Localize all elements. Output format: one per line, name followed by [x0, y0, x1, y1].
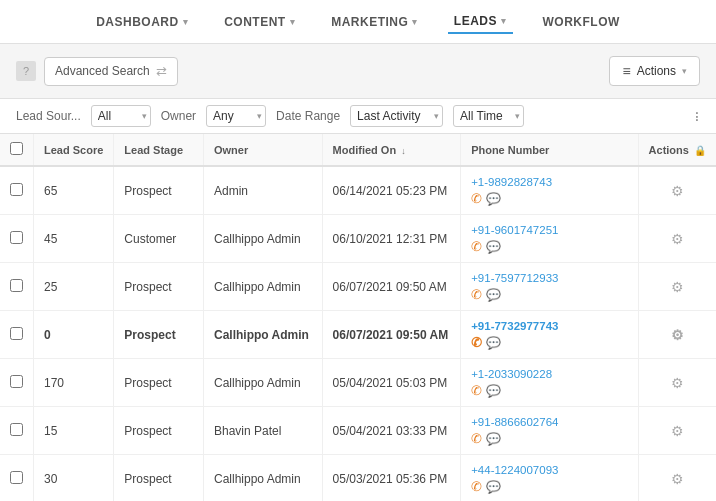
table-row: 25 Prospect Callhippo Admin 06/07/2021 0… — [0, 263, 716, 311]
row-checkbox[interactable] — [10, 375, 23, 388]
owner-cell: Admin — [203, 166, 322, 215]
phone-link[interactable]: +44-1224007093 — [471, 464, 558, 476]
column-toggle[interactable]: ⫶ — [693, 108, 700, 124]
call-icon[interactable]: ✆ — [471, 383, 482, 398]
call-icon[interactable]: ✆ — [471, 431, 482, 446]
row-checkbox-cell — [0, 263, 34, 311]
nav-item-marketing[interactable]: MARKETING ▾ — [325, 11, 424, 33]
th-checkbox — [0, 134, 34, 166]
nav-label-dashboard: DASHBOARD — [96, 15, 179, 29]
call-icon[interactable]: ✆ — [471, 479, 482, 494]
gear-icon[interactable]: ⚙ — [671, 375, 684, 391]
top-navigation: DASHBOARD ▾ CONTENT ▾ MARKETING ▾ LEADS … — [0, 0, 716, 44]
row-checkbox-cell — [0, 359, 34, 407]
nav-item-content[interactable]: CONTENT ▾ — [218, 11, 301, 33]
row-checkbox-cell — [0, 166, 34, 215]
table-row: 0 Prospect Callhippo Admin 06/07/2021 09… — [0, 311, 716, 359]
row-actions-cell: ⚙ — [638, 263, 716, 311]
phone-cell: +1-9892828743 ✆ 💬 — [461, 166, 638, 215]
owner-select[interactable]: Any — [206, 105, 266, 127]
gear-icon[interactable]: ⚙ — [671, 183, 684, 199]
gear-icon[interactable]: ⚙ — [671, 471, 684, 487]
lead-score-cell: 170 — [34, 359, 114, 407]
sms-icon[interactable]: 💬 — [486, 288, 501, 302]
gear-icon[interactable]: ⚙ — [671, 279, 684, 295]
nav-item-dashboard[interactable]: DASHBOARD ▾ — [90, 11, 194, 33]
date-range-select[interactable]: Last Activity — [350, 105, 443, 127]
sms-icon[interactable]: 💬 — [486, 240, 501, 254]
phone-cell: +91-7597712933 ✆ 💬 — [461, 263, 638, 311]
owner-label: Owner — [161, 109, 196, 123]
advanced-search-button[interactable]: Advanced Search ⇄ — [44, 57, 178, 86]
call-icon[interactable]: ✆ — [471, 239, 482, 254]
lead-source-select[interactable]: All — [91, 105, 151, 127]
modified-on-cell: 05/04/2021 03:33 PM — [322, 407, 461, 455]
owner-select-wrap: Any — [206, 105, 266, 127]
select-all-checkbox[interactable] — [10, 142, 23, 155]
table-row: 65 Prospect Admin 06/14/2021 05:23 PM +1… — [0, 166, 716, 215]
modified-on-cell: 05/03/2021 05:36 PM — [322, 455, 461, 502]
modified-on-cell: 05/04/2021 05:03 PM — [322, 359, 461, 407]
leads-table-container: Lead Score Lead Stage Owner Modified On … — [0, 134, 716, 501]
call-icon[interactable]: ✆ — [471, 335, 482, 350]
th-lead-score[interactable]: Lead Score — [34, 134, 114, 166]
lead-score-cell: 65 — [34, 166, 114, 215]
row-checkbox-cell — [0, 311, 34, 359]
sms-icon[interactable]: 💬 — [486, 192, 501, 206]
lead-stage-cell: Prospect — [114, 407, 204, 455]
nav-item-workflow[interactable]: WORKFLOW — [537, 11, 626, 33]
sms-icon[interactable]: 💬 — [486, 384, 501, 398]
date-range-select-wrap: Last Activity — [350, 105, 443, 127]
th-lead-stage[interactable]: Lead Stage — [114, 134, 204, 166]
lines-icon: ≡ — [622, 63, 630, 79]
row-checkbox[interactable] — [10, 231, 23, 244]
gear-icon[interactable]: ⚙ — [671, 423, 684, 439]
nav-label-content: CONTENT — [224, 15, 286, 29]
sms-icon[interactable]: 💬 — [486, 336, 501, 350]
row-checkbox[interactable] — [10, 423, 23, 436]
chevron-down-icon: ▾ — [501, 16, 507, 26]
time-range-select[interactable]: All Time — [453, 105, 524, 127]
row-checkbox-cell — [0, 455, 34, 502]
th-modified-on[interactable]: Modified On ↓ — [322, 134, 461, 166]
phone-link[interactable]: +91-7732977743 — [471, 320, 558, 332]
th-phone-number[interactable]: Phone Number — [461, 134, 638, 166]
owner-cell: Callhippo Admin — [203, 263, 322, 311]
call-icon[interactable]: ✆ — [471, 287, 482, 302]
lead-stage-cell: Prospect — [114, 455, 204, 502]
row-checkbox-cell — [0, 215, 34, 263]
sms-icon[interactable]: 💬 — [486, 480, 501, 494]
lead-stage-cell: Prospect — [114, 263, 204, 311]
row-checkbox[interactable] — [10, 183, 23, 196]
th-owner[interactable]: Owner — [203, 134, 322, 166]
nav-label-workflow: WORKFLOW — [543, 15, 620, 29]
row-checkbox[interactable] — [10, 279, 23, 292]
call-icon[interactable]: ✆ — [471, 191, 482, 206]
gear-icon[interactable]: ⚙ — [671, 231, 684, 247]
phone-link[interactable]: +1-9892828743 — [471, 176, 552, 188]
date-range-label: Date Range — [276, 109, 340, 123]
owner-cell: Callhippo Admin — [203, 359, 322, 407]
sidebar-toggle-icon[interactable]: ? — [16, 61, 36, 81]
row-checkbox[interactable] — [10, 327, 23, 340]
phone-link[interactable]: +91-8866602764 — [471, 416, 558, 428]
actions-button[interactable]: ≡ Actions ▾ — [609, 56, 700, 86]
table-row: 45 Customer Callhippo Admin 06/10/2021 1… — [0, 215, 716, 263]
phone-link[interactable]: +91-7597712933 — [471, 272, 558, 284]
modified-on-cell: 06/07/2021 09:50 AM — [322, 263, 461, 311]
owner-cell: Bhavin Patel — [203, 407, 322, 455]
row-actions-cell: ⚙ — [638, 407, 716, 455]
phone-cell: +1-2033090228 ✆ 💬 — [461, 359, 638, 407]
lead-source-select-wrap: All — [91, 105, 151, 127]
row-actions-cell: ⚙ — [638, 311, 716, 359]
gear-icon[interactable]: ⚙ — [671, 327, 684, 343]
nav-item-leads[interactable]: LEADS ▾ — [448, 10, 513, 34]
lead-score-cell: 30 — [34, 455, 114, 502]
table-row: 15 Prospect Bhavin Patel 05/04/2021 03:3… — [0, 407, 716, 455]
row-checkbox[interactable] — [10, 471, 23, 484]
phone-link[interactable]: +1-2033090228 — [471, 368, 552, 380]
sms-icon[interactable]: 💬 — [486, 432, 501, 446]
search-bar-area: ? Advanced Search ⇄ ≡ Actions ▾ — [0, 44, 716, 98]
phone-cell: +91-9601747251 ✆ 💬 — [461, 215, 638, 263]
phone-link[interactable]: +91-9601747251 — [471, 224, 558, 236]
